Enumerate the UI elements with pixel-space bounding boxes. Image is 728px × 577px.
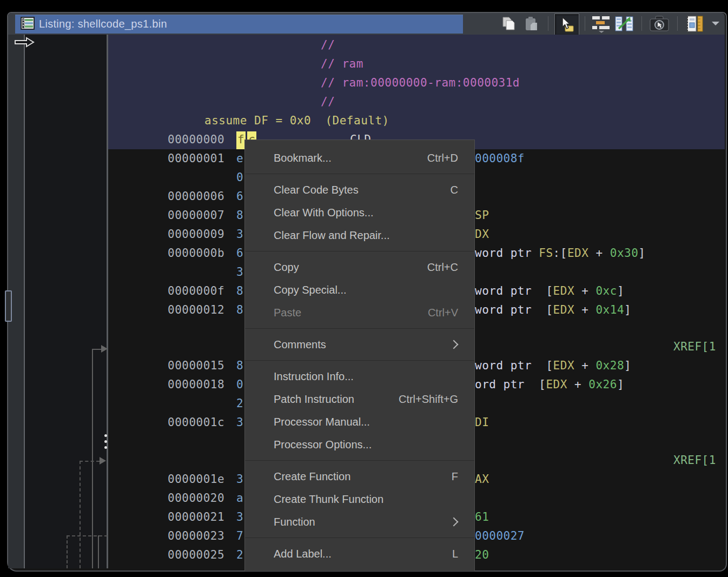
token-byte: 6 [236, 247, 243, 260]
listing-cell: word ptr FS:[EDX + 0x30] [475, 244, 646, 263]
listing-cell: 8 [236, 301, 243, 320]
listing-cell: 00000025 [168, 546, 224, 565]
menu-item-copy-special[interactable]: Copy Special... [245, 278, 474, 301]
menu-separator [245, 460, 474, 461]
token-byte: 0 [236, 171, 243, 184]
token-byte: 8 [236, 284, 243, 297]
listing-cell: XREF[1 [673, 337, 716, 356]
listing-cell: 2 [236, 546, 243, 565]
listing-cell: 3 [236, 508, 243, 527]
token-reg: SP [475, 209, 489, 222]
token-xref: XREF[1 [673, 340, 716, 353]
menu-item-create-thunk-function[interactable]: Create Thunk Function [245, 488, 474, 510]
context-menu: Bookmark...Ctrl+DClear Code BytesCClear … [244, 140, 475, 571]
listing-cell: 00000020 [168, 489, 224, 508]
menu-item-label: Copy [274, 261, 299, 274]
listing-cell: 8 [236, 356, 243, 375]
token-pln: :[ [553, 247, 567, 260]
token-ptr: ord ptr [475, 378, 532, 391]
listing-cell: 00000009 [168, 225, 224, 244]
menu-item-label: Processor Options... [274, 439, 372, 451]
token-cmt: // [321, 95, 335, 108]
token-addr: 00000001 [168, 152, 224, 165]
token-addr: 00000018 [168, 378, 224, 391]
menu-item-function[interactable]: Function [245, 510, 474, 533]
token-pln: ] [617, 378, 624, 391]
token-byte: 3 [236, 266, 243, 278]
listing-row[interactable]: // ram [0, 55, 728, 74]
menu-item-clear-with-options[interactable]: Clear With Options... [245, 201, 474, 224]
menu-item-instruction-info[interactable]: Instruction Info... [245, 365, 474, 388]
listing-cell: 6 [236, 187, 243, 206]
token-byte: 2 [236, 548, 243, 561]
menu-item-processor-options[interactable]: Processor Options... [245, 433, 474, 456]
listing-row[interactable]: // [0, 36, 728, 55]
token-addr: 00000023 [168, 529, 224, 542]
menu-item-bookmark[interactable]: Bookmark...Ctrl+D [245, 147, 474, 169]
listing-cell: 00000012 [168, 301, 224, 320]
menu-item-label: Copy Special... [274, 284, 347, 296]
token-addr: 0000000f [168, 284, 224, 297]
listing-cell: 61 [475, 508, 489, 527]
menu-item-patch-instruction[interactable]: Patch InstructionCtrl+Shift+G [245, 388, 474, 410]
menu-item-clear-flow-and-repair[interactable]: Clear Flow and Repair... [245, 224, 474, 247]
listing-cell: 00000015 [168, 356, 224, 375]
menu-item-paste: PasteCtrl+V [245, 301, 474, 324]
token-pln: ] [624, 359, 631, 372]
listing-cell: 0 [236, 375, 243, 394]
listing-cell: DX [475, 225, 489, 244]
token-cmt: // ram [321, 57, 363, 70]
menu-item-shortcut: Ctrl+Shift+G [399, 393, 458, 406]
listing-row[interactable]: // ram:00000000-ram:0000031d [0, 74, 728, 92]
listing-cell: 8 [236, 206, 243, 225]
listing-cell: 20 [475, 546, 489, 565]
token-reg: EDX [553, 359, 574, 372]
token-pln: [ [539, 303, 553, 316]
token-ref: 000008f [475, 152, 525, 165]
token-addr: 00000021 [168, 510, 224, 523]
menu-item-label: Clear Code Bytes [274, 184, 359, 196]
menu-separator [245, 538, 474, 538]
menu-item-processor-manual[interactable]: Processor Manual... [245, 410, 474, 433]
listing-cell: // ram:00000000-ram:0000031d [321, 74, 520, 92]
menu-item-create-function[interactable]: Create FunctionF [245, 465, 474, 488]
menu-item-label: Add Label... [274, 548, 332, 560]
token-ptr: word ptr [475, 359, 539, 372]
menu-item-clear-code-bytes[interactable]: Clear Code BytesC [245, 178, 474, 201]
menu-item-shortcut: Ctrl+V [428, 307, 458, 319]
token-byte: 3 [236, 510, 243, 523]
listing-cell: 000008f [475, 149, 525, 168]
listing-cell: 8 [236, 282, 243, 301]
token-addr: 0000000b [168, 247, 224, 260]
token-byte: 6 [236, 190, 243, 203]
token-pln: ] [638, 247, 645, 260]
token-cmt: // ram:00000000-ram:0000031d [321, 76, 520, 89]
token-pln: [ [532, 378, 546, 391]
listing-cell: a [236, 489, 243, 508]
token-addr: 00000025 [168, 548, 224, 561]
token-reg: EDX [553, 284, 574, 297]
listing-cell: 0 [236, 168, 243, 187]
listing-row[interactable]: assume DF = 0x0 (Default) [0, 111, 728, 130]
menu-item-label: Paste [274, 307, 301, 319]
menu-item-copy[interactable]: CopyCtrl+C [245, 256, 474, 278]
token-addr: 0000001e [168, 473, 224, 486]
menu-item-comments[interactable]: Comments [245, 333, 474, 356]
menu-item-add-label[interactable]: Add Label...L [245, 542, 474, 565]
listing-cell: 7 [236, 527, 243, 546]
listing-cell: 00000000 [168, 130, 224, 149]
token-num: 0x28 [595, 359, 624, 372]
token-ptr: word ptr [475, 284, 539, 297]
token-pln: + [574, 303, 595, 316]
token-reg: AX [475, 473, 489, 486]
token-pln: + [567, 378, 588, 391]
token-byte: 8 [236, 303, 243, 316]
token-pln: + [588, 247, 610, 260]
listing-row[interactable]: // [0, 92, 728, 111]
listing-cell: 3 [236, 470, 243, 489]
menu-item-label: Processor Manual... [274, 416, 370, 428]
token-num: 0x26 [588, 378, 617, 391]
listing-cell: 00000021 [168, 508, 224, 527]
token-num: 0x30 [610, 247, 639, 260]
token-asm: assume DF = 0x0 (Default) [204, 114, 389, 127]
